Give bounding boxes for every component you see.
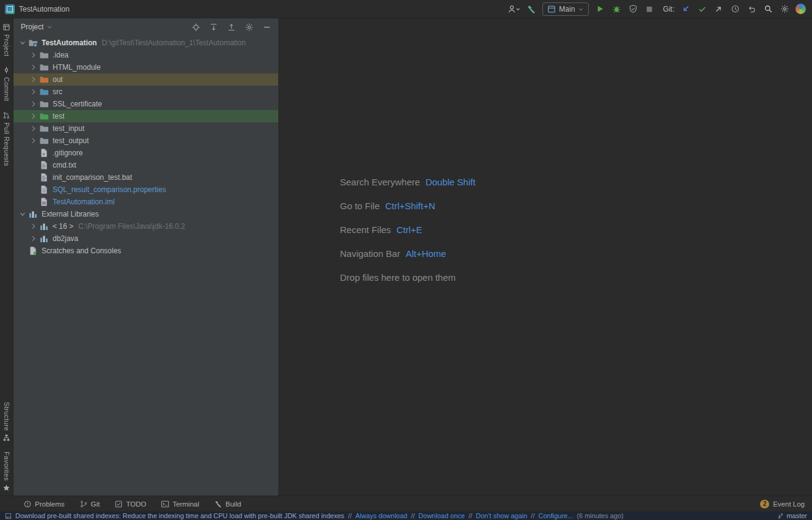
twisty-spacer bbox=[29, 160, 37, 170]
settings-gear-icon[interactable] bbox=[779, 4, 790, 15]
run-config-selector[interactable]: Main bbox=[542, 2, 589, 16]
folder-icon bbox=[39, 124, 49, 133]
run-with-coverage-icon[interactable] bbox=[627, 4, 638, 15]
stop-icon[interactable] bbox=[644, 4, 655, 15]
folder-test-icon bbox=[39, 111, 49, 121]
event-log-button[interactable]: 2 Event Log bbox=[760, 500, 805, 508]
tree-item-sql-result-comparison-properties[interactable]: SQL_result_comparison.properties bbox=[13, 184, 278, 196]
tool-stripe-tab-favorites[interactable]: Favorites bbox=[2, 451, 10, 492]
hide-panel-icon[interactable] bbox=[261, 21, 272, 32]
build-icon bbox=[214, 500, 223, 508]
tool-window-button-todo[interactable]: TODO bbox=[114, 500, 146, 508]
panel-settings-icon[interactable] bbox=[243, 21, 254, 32]
tree-item-testautomation-iml[interactable]: TestAutomation.iml bbox=[13, 196, 278, 208]
tree-item-cmd-txt[interactable]: cmd.txt bbox=[13, 159, 278, 171]
tool-stripe-tab-structure[interactable]: Structure bbox=[2, 402, 10, 442]
problems-icon bbox=[23, 500, 32, 508]
library-icon bbox=[28, 209, 38, 219]
collapse-all-icon[interactable] bbox=[226, 21, 237, 32]
build-hammer-icon[interactable] bbox=[526, 4, 537, 15]
chevron-right-icon[interactable] bbox=[29, 111, 37, 121]
chevron-right-icon[interactable] bbox=[29, 50, 37, 60]
profile-icon[interactable] bbox=[507, 4, 520, 15]
chevron-right-icon[interactable] bbox=[29, 221, 37, 231]
chevron-right-icon[interactable] bbox=[29, 124, 37, 133]
tree-item-gitignore[interactable]: .gitignore bbox=[13, 147, 278, 159]
jdk-icon bbox=[39, 221, 49, 231]
rollback-icon[interactable] bbox=[746, 4, 757, 15]
tree-item-ssl-certificate[interactable]: SSL_certificate bbox=[13, 98, 278, 110]
tool-window-switcher-icon[interactable] bbox=[5, 513, 12, 519]
twisty-spacer bbox=[29, 148, 37, 158]
titlebar-left: TestAutomation bbox=[5, 4, 70, 14]
event-log-label: Event Log bbox=[773, 500, 805, 508]
file-text-icon bbox=[39, 173, 49, 182]
tree-item-idea[interactable]: .idea bbox=[13, 49, 278, 61]
chevron-right-icon[interactable] bbox=[29, 136, 37, 146]
tree-item-init-comparison-test-bat[interactable]: init_comparison_test.bat bbox=[13, 171, 278, 184]
chevron-right-icon[interactable] bbox=[29, 234, 37, 243]
tool-stripe-label: Favorites bbox=[3, 451, 10, 481]
tree-item-db2java[interactable]: db2java bbox=[13, 232, 278, 245]
tree-item-label: Scratches and Consoles bbox=[42, 247, 121, 255]
editor-hint: Recent FilesCtrl+E bbox=[340, 218, 476, 242]
chevron-right-icon[interactable] bbox=[29, 87, 37, 97]
pull-requests-icon bbox=[2, 111, 10, 119]
tool-window-button-label: Problems bbox=[35, 500, 65, 508]
editor-area[interactable]: Search EverywhereDouble ShiftGo to FileC… bbox=[279, 18, 812, 496]
tree-item-external-libraries[interactable]: External Libraries bbox=[13, 208, 278, 220]
tree-item-label: .gitignore bbox=[53, 149, 83, 157]
tool-stripe-tab-commit[interactable]: Commit bbox=[2, 66, 10, 102]
git-branch-widget[interactable]: master bbox=[777, 512, 807, 519]
debug-icon[interactable] bbox=[611, 4, 622, 15]
chevron-down-icon[interactable] bbox=[18, 209, 26, 219]
status-link-configure[interactable]: Configure... bbox=[538, 512, 573, 519]
tool-window-button-build[interactable]: Build bbox=[214, 500, 242, 508]
status-link-download-once[interactable]: Download once bbox=[418, 512, 465, 519]
commit-tool-icon bbox=[2, 66, 10, 74]
run-icon[interactable] bbox=[594, 4, 605, 15]
tool-stripe-tab-pull-requests[interactable]: Pull Requests bbox=[2, 111, 10, 166]
tree-item-test-output[interactable]: test_output bbox=[13, 135, 278, 147]
chevron-down-icon bbox=[46, 24, 53, 30]
project-view-selector[interactable]: Project bbox=[21, 23, 53, 31]
commit-check-icon[interactable] bbox=[696, 4, 707, 15]
folder-icon bbox=[39, 50, 49, 60]
history-icon[interactable] bbox=[729, 4, 740, 15]
status-link-always-download[interactable]: Always download bbox=[355, 512, 407, 519]
tool-window-button-git[interactable]: Git bbox=[79, 500, 100, 508]
expand-all-icon[interactable] bbox=[208, 21, 219, 32]
tool-window-button-problems[interactable]: Problems bbox=[23, 500, 65, 508]
push-icon[interactable] bbox=[713, 4, 724, 15]
chevron-right-icon[interactable] bbox=[29, 75, 37, 84]
tree-item-16[interactable]: < 16 >C:\Program Files\Java\jdk-16.0.2 bbox=[13, 220, 278, 232]
search-everywhere-icon[interactable] bbox=[762, 4, 773, 15]
status-message: Download pre-built shared indexes: Reduc… bbox=[15, 512, 344, 519]
tree-item-test-input[interactable]: test_input bbox=[13, 122, 278, 135]
tree-item-html-module[interactable]: HTML_module bbox=[13, 61, 278, 73]
status-link-don-t-show-again[interactable]: Don't show again bbox=[476, 512, 527, 519]
chevron-down-icon[interactable] bbox=[18, 38, 26, 48]
tree-item-label: init_comparison_test.bat bbox=[53, 173, 132, 182]
project-tool-window: Project TestAutomationD:\gitTest\TestAut… bbox=[13, 18, 279, 496]
twisty-spacer bbox=[29, 185, 37, 195]
locate-file-icon[interactable] bbox=[190, 21, 201, 32]
update-project-icon[interactable] bbox=[680, 4, 691, 15]
tree-item-test[interactable]: test bbox=[13, 110, 278, 122]
tool-window-button-terminal[interactable]: Terminal bbox=[161, 500, 199, 508]
hint-label: Drop files here to open them bbox=[340, 272, 456, 283]
tool-stripe-label: Structure bbox=[3, 402, 10, 431]
tree-item-testautomation[interactable]: TestAutomationD:\gitTest\TestAutomation_… bbox=[13, 37, 278, 49]
chevron-right-icon[interactable] bbox=[29, 99, 37, 109]
tree-item-out[interactable]: out bbox=[13, 73, 278, 86]
tool-stripe-tab-project[interactable]: Project bbox=[2, 23, 10, 56]
editor-hint: Navigation BarAlt+Home bbox=[340, 242, 476, 266]
tree-item-src[interactable]: src bbox=[13, 86, 278, 98]
user-avatar[interactable] bbox=[795, 4, 806, 14]
chevron-right-icon[interactable] bbox=[29, 62, 37, 72]
folder-source-icon bbox=[39, 87, 49, 97]
tree-item-scratches-and-consoles[interactable]: Scratches and Consoles bbox=[13, 245, 278, 257]
status-bar: Download pre-built shared indexes: Reduc… bbox=[0, 511, 812, 520]
project-tree: TestAutomationD:\gitTest\TestAutomation_… bbox=[13, 35, 278, 496]
event-log-badge: 2 bbox=[760, 500, 769, 508]
